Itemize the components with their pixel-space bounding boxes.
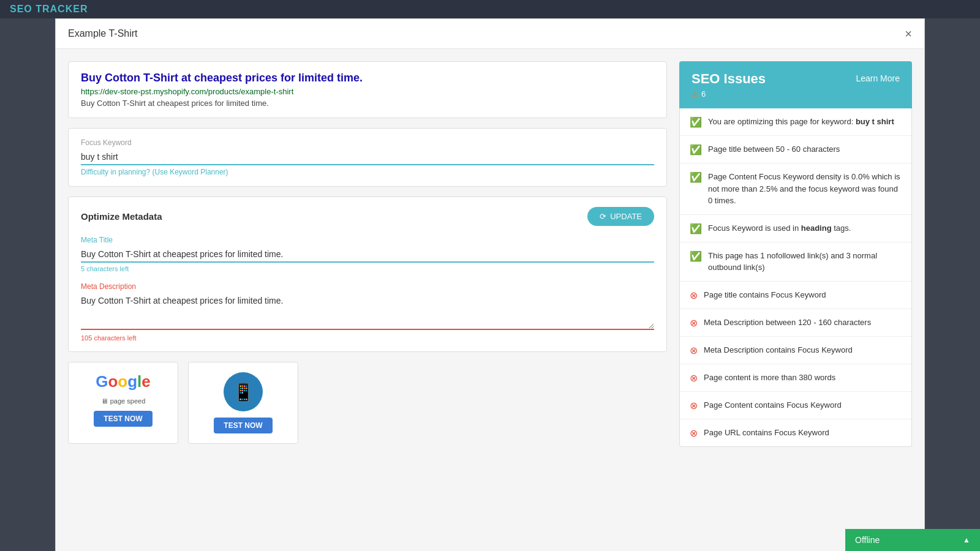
seo-item: ⊗ Page URL contains Focus Keyword [680,419,911,446]
monitor-icon: 🖥 [101,397,108,405]
app-logo: SEO TRACKER [10,4,88,15]
check-icon: ✅ [690,116,702,128]
offline-bar[interactable]: Offline ▲ [845,529,980,551]
keyword-planner-link[interactable]: Difficulty in planning? (Use Keyword Pla… [81,168,228,176]
modal: Example T-Shirt × Buy Cotton T-Shirt at … [55,18,925,551]
seo-items-list: ✅ You are optimizing this page for keywo… [679,108,912,447]
page-speed-label: 🖥 page speed [101,397,146,405]
focus-keyword-card: Focus Keyword Difficulty in planning? (U… [68,128,667,187]
mobile-test-now-button[interactable]: TEST NOW [214,418,272,433]
seo-item-text: Page content is more than 380 words [704,372,835,384]
cross-icon: ⊗ [690,427,698,439]
cross-icon: ⊗ [690,372,698,384]
update-button-label: UPDATE [610,212,642,221]
cross-icon: ⊗ [690,317,698,329]
seo-item: ✅ Focus Keyword is used in heading tags. [680,215,911,242]
main-content: Buy Cotton T-Shirt at cheapest prices fo… [68,61,667,539]
metadata-section-title: Optimize Metadata [81,211,162,222]
modal-body: Buy Cotton T-Shirt at cheapest prices fo… [56,49,924,551]
optimize-metadata-card: Optimize Metadata ⟳ UPDATE Meta Title 5 … [68,197,667,352]
preview-url: https://dev-store-pst.myshopify.com/prod… [81,87,654,96]
warning-icon: ⚠ [692,89,699,99]
seo-header: SEO Issues ⚠ 6 Learn More [679,61,912,108]
google-logo: Google [96,372,151,391]
seo-item-text: Focus Keyword is used in heading tags. [708,222,851,234]
meta-desc-textarea[interactable]: Buy Cotton T-Shirt at cheapest prices fo… [81,293,654,330]
meta-desc-label: Meta Description [81,282,654,291]
seo-item: ✅ You are optimizing this page for keywo… [680,108,911,136]
meta-title-char-count: 5 characters left [81,265,654,272]
seo-item: ⊗ Page Content contains Focus Keyword [680,392,911,419]
cross-icon: ⊗ [690,345,698,356]
seo-panel: SEO Issues ⚠ 6 Learn More ✅ You are opti… [679,61,912,539]
focus-keyword-label: Focus Keyword [81,138,654,147]
mobile-icon: 📱 [224,372,263,411]
seo-panel-title: SEO Issues [692,71,766,87]
learn-more-link[interactable]: Learn More [856,73,900,83]
meta-desc-char-count: 105 characters left [81,334,654,342]
meta-desc-group: Meta Description Buy Cotton T-Shirt at c… [81,282,654,342]
seo-item: ⊗ Page content is more than 380 words [680,364,911,392]
check-icon: ✅ [690,250,702,262]
mobile-test-card: 📱 TEST NOW [188,362,298,444]
seo-item: ✅ Page title between 50 - 60 characters [680,136,911,163]
seo-item-text: Meta Description between 120 - 160 chara… [704,317,871,329]
seo-issues-count: ⚠ 6 [692,89,766,99]
close-button[interactable]: × [905,28,912,40]
google-test-now-button[interactable]: TEST NOW [94,411,152,427]
preview-description: Buy Cotton T-Shirt at cheapest prices fo… [81,99,654,108]
modal-title: Example T-Shirt [68,28,138,39]
seo-header-left: SEO Issues ⚠ 6 [692,71,766,99]
offline-label: Offline [855,535,880,545]
metadata-section-header: Optimize Metadata ⟳ UPDATE [81,207,654,226]
seo-item: ⊗ Meta Description between 120 - 160 cha… [680,309,911,337]
seo-item-text: This page has 1 nofollowed link(s) and 3… [708,250,902,274]
preview-card: Buy Cotton T-Shirt at cheapest prices fo… [68,61,667,118]
cross-icon: ⊗ [690,400,698,411]
google-pagespeed-card: Google 🖥 page speed TEST NOW [68,362,178,444]
update-icon: ⟳ [600,212,606,221]
seo-item-text: Page Content Focus Keyword density is 0.… [708,171,902,207]
meta-title-label: Meta Title [81,236,654,244]
meta-title-group: Meta Title 5 characters left [81,236,654,272]
bottom-test-cards: Google 🖥 page speed TEST NOW 📱 TEST NOW [68,362,667,444]
seo-item-text: Page title between 50 - 60 characters [708,143,840,156]
seo-item: ✅ Page Content Focus Keyword density is … [680,163,911,215]
seo-item: ⊗ Page title contains Focus Keyword [680,282,911,309]
seo-item-text: Page Content contains Focus Keyword [704,399,842,411]
issues-number: 6 [701,89,706,99]
modal-header: Example T-Shirt × [56,19,924,49]
check-icon: ✅ [690,223,702,234]
seo-item: ⊗ Meta Description contains Focus Keywor… [680,337,911,364]
check-icon: ✅ [690,171,702,183]
chevron-up-icon: ▲ [963,536,970,544]
cross-icon: ⊗ [690,290,698,301]
top-bar: SEO TRACKER [0,0,980,18]
preview-title[interactable]: Buy Cotton T-Shirt at cheapest prices fo… [81,72,363,84]
mobile-phone-icon: 📱 [233,382,254,402]
seo-item-text: You are optimizing this page for keyword… [708,116,894,128]
meta-title-input[interactable] [81,247,654,263]
seo-item-text: Page URL contains Focus Keyword [704,427,829,439]
seo-item-text: Page title contains Focus Keyword [704,289,826,301]
focus-keyword-input[interactable] [81,149,654,165]
check-icon: ✅ [690,144,702,156]
seo-item-text: Meta Description contains Focus Keyword [704,344,853,356]
update-button[interactable]: ⟳ UPDATE [587,207,654,226]
seo-item: ✅ This page has 1 nofollowed link(s) and… [680,242,911,282]
